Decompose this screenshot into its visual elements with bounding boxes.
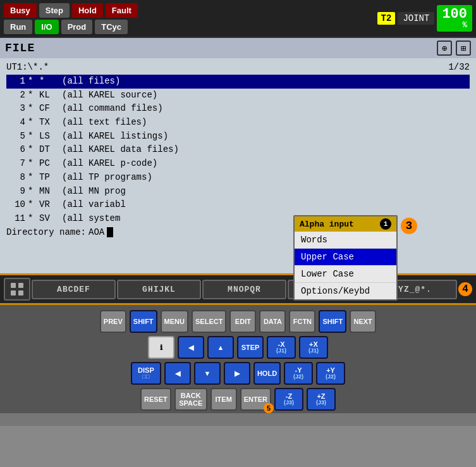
- svg-rect-1: [18, 283, 23, 288]
- reset-button[interactable]: RESET: [140, 388, 171, 411]
- select-button[interactable]: SELECT: [192, 310, 226, 333]
- alpha-tab[interactable]: ABCDEF: [32, 280, 116, 299]
- file-list: 1**(all files)2*KL(all KAREL source)3*CF…: [6, 75, 470, 226]
- file-row[interactable]: 10*VR(all variabl: [6, 198, 470, 212]
- kbd-tabs-row: ABCDEFGHIJKLMNOPQRSTUVWXYZ_@*. 4: [0, 273, 476, 305]
- dropdown-item[interactable]: Lower Case: [295, 266, 396, 283]
- file-row[interactable]: 5*LS(all KAREL listings): [6, 130, 470, 144]
- file-row[interactable]: 6*DT(all KAREL data files): [6, 143, 470, 157]
- left-arrow2-button[interactable]: ◀: [164, 362, 191, 385]
- dropdown-item[interactable]: Upper Case: [295, 249, 396, 266]
- page-label: 1/32: [448, 62, 470, 72]
- file-bar: FILE ⊕ ⊞: [0, 37, 476, 58]
- hold-button[interactable]: Hold: [72, 3, 103, 18]
- shift-button-left[interactable]: SHIFT: [130, 310, 157, 333]
- j3-label-right: (J3): [316, 400, 326, 406]
- enter-button[interactable]: ENTER 5: [240, 388, 271, 411]
- j1-label: (J1): [276, 348, 286, 354]
- joint-tag: JOINT: [398, 12, 434, 25]
- status-buttons: Busy Step Hold Fault Run I/O Prod TCyc: [4, 3, 138, 34]
- data-button[interactable]: DATA: [259, 310, 286, 333]
- terminal: UT1:\*.* 1/32 1**(all files)2*KL(all KAR…: [0, 58, 476, 273]
- cursor: [107, 227, 113, 237]
- kbd-row-4: RESET BACKSPACE ITEM ENTER 5 -Z (J3) +Z …: [13, 388, 463, 411]
- dropdown-menu: Alpha input 1 WordsUpper CaseLower CaseO…: [293, 215, 398, 301]
- keyboard-area: PREV SHIFT MENU SELECT EDIT DATA FCTN SH…: [0, 305, 476, 413]
- plus-z-button[interactable]: +Z (J3): [307, 388, 336, 411]
- zoom-icon[interactable]: ⊕: [437, 40, 452, 56]
- bottom-gray: [0, 413, 476, 426]
- file-bar-icons: ⊕ ⊞: [437, 40, 471, 56]
- minus-y-button[interactable]: -Y (J2): [284, 362, 313, 385]
- j2-label-right: (J2): [326, 374, 336, 380]
- file-row[interactable]: 9*MN(all MN prog: [6, 185, 470, 199]
- dropdown-item[interactable]: Words: [295, 232, 396, 249]
- svg-rect-2: [11, 290, 16, 296]
- file-row[interactable]: 4*TX(all text files): [6, 116, 470, 130]
- run-button[interactable]: Run: [4, 20, 32, 34]
- status-row1: Busy Step Hold Fault: [4, 3, 138, 18]
- dropdown-item[interactable]: Options/Keybd: [295, 283, 396, 299]
- badge-4: 4: [458, 282, 472, 296]
- menu-button[interactable]: MENU: [161, 310, 188, 333]
- down-arrow-button[interactable]: ▼: [194, 362, 221, 385]
- file-row[interactable]: 1**(all files): [6, 75, 470, 89]
- backspace-button[interactable]: BACKSPACE: [174, 388, 207, 411]
- alpha-tab[interactable]: GHIJKL: [117, 280, 201, 299]
- j1-label-right: (J1): [308, 348, 319, 354]
- status-bar: Busy Step Hold Fault Run I/O Prod TCyc T…: [0, 0, 476, 37]
- info-button[interactable]: ℹ: [148, 336, 174, 359]
- file-title: FILE: [5, 42, 35, 54]
- right-arrow-button[interactable]: ▶: [224, 362, 250, 385]
- tcyc-button[interactable]: TCyc: [95, 20, 128, 34]
- prev-button[interactable]: PREV: [100, 310, 126, 333]
- kbd-row-1: PREV SHIFT MENU SELECT EDIT DATA FCTN SH…: [13, 310, 463, 333]
- terminal-path: UT1:\*.* 1/32: [6, 62, 470, 72]
- up-arrow-button[interactable]: ▲: [207, 336, 234, 359]
- svg-rect-3: [18, 290, 23, 296]
- kbd-row-3: DISP □□ ◀ ▼ ▶ HOLD -Y (J2) +Y (J2): [13, 362, 463, 385]
- step-kbd-button[interactable]: STEP: [237, 336, 264, 359]
- item-button[interactable]: ITEM: [211, 388, 237, 411]
- directory-label: Directory name:: [6, 227, 86, 237]
- kbd-row-2: ℹ ◀ ▲ STEP -X (J1) +X (J1): [13, 336, 463, 359]
- dropdown-header: Alpha input 1: [295, 216, 396, 232]
- dropdown-badge: 1: [380, 218, 391, 230]
- status-row2: Run I/O Prod TCyc: [4, 20, 138, 34]
- busy-button[interactable]: Busy: [4, 3, 37, 18]
- alpha-tab[interactable]: MNOPQR: [202, 280, 286, 299]
- step-button[interactable]: Step: [39, 3, 70, 18]
- path-label: UT1:\*.*: [6, 62, 49, 72]
- file-row[interactable]: 8*TP(all TP programs): [6, 171, 470, 185]
- hold-kbd-button[interactable]: HOLD: [253, 362, 281, 385]
- dropdown-items: WordsUpper CaseLower CaseOptions/Keybd: [295, 232, 396, 299]
- grid-icon[interactable]: ⊞: [456, 40, 471, 56]
- shift-button-right[interactable]: SHIFT: [319, 310, 346, 333]
- plus-x-button[interactable]: +X (J1): [299, 336, 328, 359]
- minus-z-button[interactable]: -Z (J3): [274, 388, 303, 411]
- next-button[interactable]: NEXT: [350, 310, 376, 333]
- j2-label: (J2): [293, 374, 303, 380]
- io-button[interactable]: I/O: [35, 20, 58, 34]
- j3-label: (J3): [284, 400, 294, 406]
- percent-display: 100%: [437, 5, 472, 32]
- disp-button[interactable]: DISP □□: [131, 362, 161, 385]
- svg-rect-0: [11, 283, 16, 288]
- file-row[interactable]: 2*KL(all KAREL source): [6, 89, 470, 103]
- status-tags: T2 JOINT 100%: [377, 5, 472, 32]
- file-row[interactable]: 3*CF(all command files): [6, 102, 470, 116]
- badge-5: 5: [264, 403, 274, 413]
- fctn-button[interactable]: FCTN: [289, 310, 315, 333]
- grid-tab-button[interactable]: [4, 278, 30, 301]
- disp-sub: □□: [142, 374, 149, 380]
- t2-tag: T2: [377, 12, 396, 25]
- plus-y-button[interactable]: +Y (J2): [316, 362, 345, 385]
- directory-value: AOA: [88, 227, 104, 237]
- minus-x-button[interactable]: -X (J1): [267, 336, 296, 359]
- edit-button[interactable]: EDIT: [229, 310, 256, 333]
- file-row[interactable]: 11*SV(all system: [6, 212, 470, 226]
- file-row[interactable]: 7*PC(all KAREL p-code): [6, 157, 470, 171]
- left-arrow-button[interactable]: ◀: [178, 336, 204, 359]
- prod-button[interactable]: Prod: [61, 20, 93, 34]
- fault-button[interactable]: Fault: [106, 3, 138, 18]
